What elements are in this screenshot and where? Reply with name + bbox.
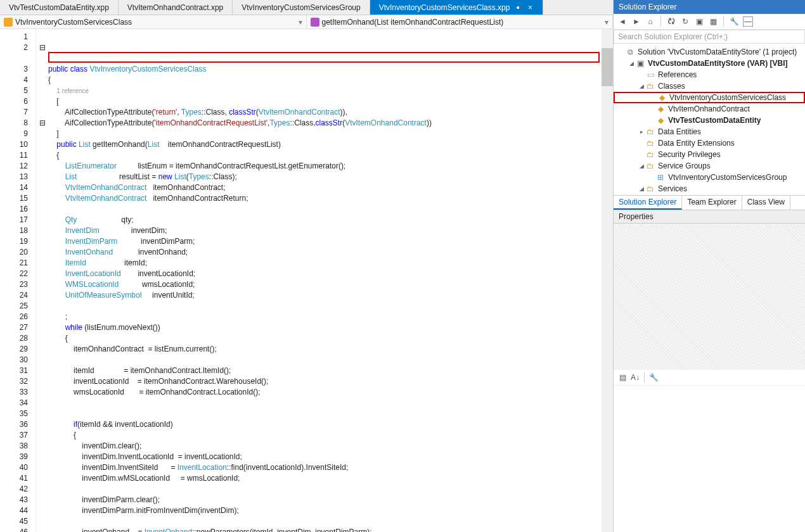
solution-explorer-title: Solution Explorer	[614, 0, 805, 14]
properties-title: Properties	[614, 210, 805, 224]
code-area[interactable]: public class VtvInventoryCustomServicesC…	[48, 29, 602, 532]
file-tab[interactable]: VtvInventoryCustomServicesClass.xpp×	[370, 0, 544, 15]
solution-tree[interactable]: ⧉Solution 'VtvCustomDataEntityStore' (1 …	[614, 44, 805, 195]
show-all-icon[interactable]: ▦	[708, 16, 718, 27]
panel-tab-strip: Solution ExplorerTeam ExplorerClass View	[614, 195, 805, 210]
panel-tab[interactable]: Solution Explorer	[614, 196, 682, 210]
tree-item[interactable]: 🗀Data Entity Extensions	[614, 137, 805, 149]
solution-explorer-toolbar: ◄ ► ⌂ 🗘 ↻ ▣ ▦ 🔧 —	[614, 14, 805, 30]
line-number-gutter: 1234567891011121314151617181920212223242…	[0, 29, 35, 532]
alphabetical-icon[interactable]: A↓	[630, 372, 640, 383]
tree-item[interactable]: ⊞VtvInventoryCustomServicesGroup	[614, 172, 805, 183]
chevron-down-icon: ▾	[605, 18, 609, 27]
file-tab[interactable]: VtvTestCustomDataEntity.xpp	[0, 0, 119, 15]
tree-item[interactable]: ◆VtvInventoryCustomServicesClass	[614, 92, 805, 103]
code-editor[interactable]: 1234567891011121314151617181920212223242…	[0, 29, 613, 532]
properties-icon[interactable]: 🔧	[729, 16, 739, 27]
tree-item[interactable]: ◆VtvTestCustomDataEntity	[614, 115, 805, 126]
properties-subject	[614, 224, 805, 370]
back-icon[interactable]: ◄	[617, 16, 628, 27]
file-tab[interactable]: VtvItemOnhandContract.xpp	[119, 0, 233, 15]
member-scope-dropdown[interactable]: getItemOnhand(List itemOnhandContractReq…	[307, 15, 614, 28]
wrench-icon[interactable]: 🔧	[648, 372, 659, 383]
categorized-icon[interactable]: ▤	[617, 372, 628, 383]
tree-item[interactable]: ⧉Solution 'VtvCustomDataEntityStore' (1 …	[614, 46, 805, 58]
preview-icon[interactable]: —	[743, 16, 753, 27]
chevron-down-icon: ▾	[299, 18, 302, 27]
solution-search-input[interactable]: Search Solution Explorer (Ctrl+;)	[614, 30, 805, 44]
tree-item[interactable]: 🗀Security Privileges	[614, 149, 805, 160]
fold-gutter[interactable]: ⊟⊟	[35, 29, 48, 532]
tree-item[interactable]: ◢▣VtvCustomDataEntityStore (VAR) [VBI]	[614, 58, 805, 69]
forward-icon[interactable]: ►	[631, 16, 641, 27]
panel-tab[interactable]: Class View	[742, 196, 790, 210]
file-tabs: VtvTestCustomDataEntity.xppVtvItemOnhand…	[0, 0, 613, 15]
solution-explorer-panel: Solution Explorer ◄ ► ⌂ 🗘 ↻ ▣ ▦ 🔧 — Sear…	[614, 0, 805, 532]
class-icon	[4, 18, 13, 27]
close-icon[interactable]: ×	[526, 3, 534, 12]
tree-item[interactable]: ◆VtvItemOnhandContract	[614, 103, 805, 115]
file-tab[interactable]: VtvInventoryCustomServicesGroup	[233, 0, 370, 15]
highlight-box	[48, 52, 600, 63]
refresh-icon[interactable]: ↻	[680, 16, 690, 27]
sync-icon[interactable]: 🗘	[666, 16, 676, 27]
breadcrumb-bar: VtvInventoryCustomServicesClass▾ getItem…	[0, 15, 613, 29]
scrollbar-thumb[interactable]	[602, 48, 613, 86]
tree-item[interactable]: ▭References	[614, 69, 805, 80]
class-scope-label: VtvInventoryCustomServicesClass	[15, 18, 132, 27]
collapse-icon[interactable]: ▣	[694, 16, 704, 27]
tree-item[interactable]: ◢🗀Service Groups	[614, 160, 805, 172]
tree-item[interactable]: ▸🗀Data Entities	[614, 126, 805, 137]
method-icon	[311, 18, 319, 27]
pin-icon[interactable]	[515, 4, 521, 11]
home-icon[interactable]: ⌂	[645, 16, 655, 27]
class-scope-dropdown[interactable]: VtvInventoryCustomServicesClass▾	[0, 15, 307, 28]
tree-item[interactable]: ◢🗀Services	[614, 183, 805, 194]
vertical-scrollbar[interactable]	[602, 29, 613, 532]
tree-item[interactable]: ◢🗀Classes	[614, 80, 805, 92]
member-scope-label: getItemOnhand(List itemOnhandContractReq…	[322, 18, 504, 27]
editor-pane: VtvTestCustomDataEntity.xppVtvItemOnhand…	[0, 0, 614, 532]
panel-tab[interactable]: Team Explorer	[682, 196, 742, 210]
properties-grid	[614, 386, 805, 532]
properties-toolbar: ▤ A↓ 🔧	[614, 370, 805, 386]
